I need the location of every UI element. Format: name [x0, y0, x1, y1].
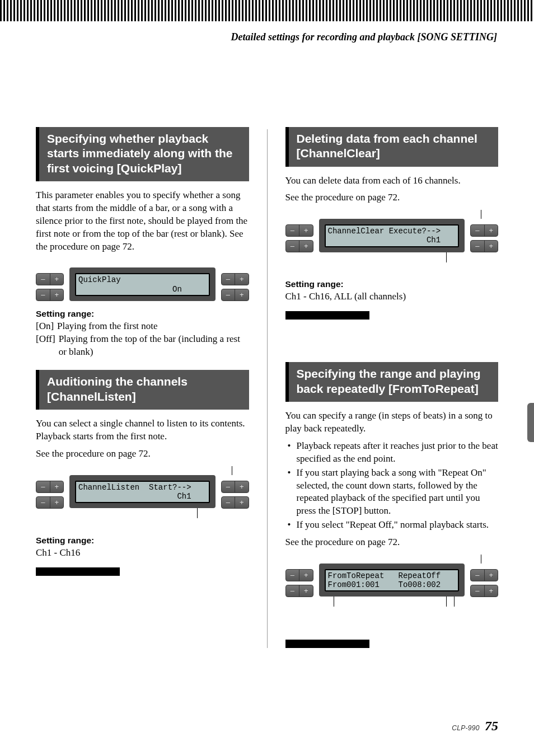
- lcd-screen: FromToRepeat RepeatOff From001:001 To008…: [325, 569, 460, 591]
- right-button-group-c: –+ –+: [470, 219, 498, 252]
- option-off-tag: [Off]: [36, 333, 59, 359]
- section-quickplay-title: Specifying whether playback starts immed…: [36, 127, 249, 181]
- minus-icon: –: [222, 289, 236, 300]
- minus-icon: –: [286, 570, 300, 581]
- right-column: Deleting data from each channel [Channel…: [285, 127, 499, 648]
- lcd-line2: On: [78, 285, 182, 294]
- minus-plus-button[interactable]: –+: [285, 224, 313, 237]
- left-column: Specifying whether playback starts immed…: [36, 127, 249, 648]
- quickplay-desc: This parameter enables you to specify wh…: [36, 189, 249, 253]
- lcd-line2: Ch1: [328, 236, 441, 245]
- right-button-group-d: –+ –+: [470, 564, 498, 597]
- breadcrumb: Detailed settings for recording and play…: [0, 21, 534, 43]
- channelclear-range-label: Setting range:: [285, 279, 499, 289]
- channelclear-p2: See the procedure on page 72.: [285, 191, 499, 204]
- footer-model: CLP-990: [452, 724, 479, 732]
- lcd-line2: Ch1: [78, 492, 191, 501]
- channelclear-device: –+ –+ ChannelClear Execute?--> Ch1 –+ –+: [285, 219, 499, 252]
- plus-icon: +: [485, 225, 498, 236]
- lcd-screen: ChannelListen Start?--> Ch1: [75, 481, 210, 503]
- section-channelclear-title: Deleting data from each channel [Channel…: [285, 127, 499, 167]
- option-off-text: Playing from the top of the bar (includi…: [59, 333, 249, 359]
- minus-plus-button[interactable]: –+: [470, 224, 498, 237]
- fromtorepeat-p2: See the procedure on page 72.: [285, 536, 499, 549]
- lcd-panel: FromToRepeat RepeatOff From001:001 To008…: [319, 564, 465, 597]
- channelclear-p1: You can delete data from each of 16 chan…: [285, 175, 499, 187]
- channellisten-range-label: Setting range:: [36, 536, 249, 546]
- callout-tick-icon: [481, 210, 481, 219]
- lcd-line1: ChannelClear Execute?-->: [328, 227, 441, 236]
- callout-line-icon: [446, 597, 447, 607]
- lcd-panel: QuickPlay On: [69, 267, 216, 300]
- plus-icon: +: [299, 585, 313, 597]
- plus-icon: +: [235, 289, 249, 300]
- right-button-group-a: –+ –+: [221, 267, 249, 301]
- minus-icon: –: [286, 585, 300, 597]
- fromtorepeat-b1: Playback repeats after it reaches just p…: [285, 440, 499, 466]
- plus-icon: +: [299, 241, 313, 252]
- section-fromtorepeat-title: Specifying the range and playing back re…: [285, 362, 499, 402]
- minus-icon: –: [36, 497, 50, 508]
- plus-icon: +: [485, 585, 498, 597]
- minus-plus-button[interactable]: –+: [36, 273, 64, 285]
- plus-icon: +: [235, 274, 249, 285]
- channellisten-p2: See the procedure on page 72.: [36, 448, 249, 461]
- minus-plus-button[interactable]: –+: [221, 496, 249, 509]
- callout-line-icon: [446, 252, 447, 262]
- minus-icon: –: [471, 585, 485, 597]
- minus-plus-button[interactable]: –+: [285, 569, 313, 581]
- plus-icon: +: [50, 481, 64, 492]
- quickplay-device: –+ –+ QuickPlay On –+ –+: [36, 267, 249, 301]
- plus-icon: +: [485, 241, 498, 252]
- plus-icon: +: [50, 497, 64, 508]
- minus-plus-button[interactable]: –+: [470, 240, 498, 252]
- callout-line-icon: [334, 597, 334, 607]
- left-button-group-c: –+ –+: [285, 219, 313, 252]
- minus-icon: –: [471, 570, 485, 581]
- minus-icon: –: [286, 225, 300, 236]
- channellisten-device: –+ –+ ChannelListen Start?--> Ch1 –+ –+: [36, 475, 249, 509]
- redaction-bar: [285, 640, 369, 648]
- lcd-screen: QuickPlay On: [75, 273, 210, 295]
- page-section-tab: [527, 403, 534, 442]
- left-button-group-b: –+ –+: [36, 475, 64, 509]
- channelclear-range-value: Ch1 - Ch16, ALL (all channels): [285, 290, 499, 303]
- quickplay-option-on: [On]Playing from the first note: [36, 320, 249, 333]
- option-on-text: Playing from the first note: [57, 320, 157, 333]
- minus-icon: –: [222, 497, 236, 508]
- option-on-tag: [On]: [36, 320, 57, 333]
- lcd-line1: FromToRepeat RepeatOff: [328, 571, 441, 580]
- callout-tick-icon: [481, 555, 481, 564]
- callout-line-icon: [454, 597, 455, 607]
- plus-icon: +: [299, 225, 313, 236]
- minus-plus-button[interactable]: –+: [221, 481, 249, 493]
- minus-icon: –: [222, 481, 236, 492]
- minus-plus-button[interactable]: –+: [36, 289, 64, 301]
- fromtorepeat-p1: You can specify a range (in steps of bea…: [285, 410, 499, 435]
- column-divider: [267, 129, 268, 648]
- minus-plus-button[interactable]: –+: [221, 273, 249, 285]
- lcd-line2: From001:001 To008:002: [328, 580, 441, 589]
- minus-plus-button[interactable]: –+: [470, 569, 498, 581]
- plus-icon: +: [235, 497, 249, 508]
- minus-icon: –: [471, 241, 485, 252]
- lcd-panel: ChannelClear Execute?--> Ch1: [319, 219, 465, 252]
- minus-plus-button[interactable]: –+: [470, 585, 498, 597]
- page-footer: CLP-990 75: [452, 719, 498, 734]
- redaction-bar: [36, 567, 120, 576]
- fromtorepeat-b2: If you start playing back a song with "R…: [285, 467, 499, 518]
- lcd-screen: ChannelClear Execute?--> Ch1: [325, 224, 460, 247]
- minus-icon: –: [36, 481, 50, 492]
- channellisten-range-value: Ch1 - Ch16: [36, 547, 249, 560]
- fromtorepeat-device: –+ –+ FromToRepeat RepeatOff From001:001…: [285, 564, 499, 597]
- content-columns: Specifying whether playback starts immed…: [0, 43, 534, 648]
- minus-plus-button[interactable]: –+: [285, 585, 313, 597]
- left-button-group-a: –+ –+: [36, 267, 64, 301]
- left-button-group-d: –+ –+: [285, 564, 313, 597]
- minus-icon: –: [36, 289, 50, 300]
- minus-plus-button[interactable]: –+: [36, 481, 64, 493]
- lcd-panel: ChannelListen Start?--> Ch1: [69, 475, 216, 508]
- minus-plus-button[interactable]: –+: [285, 240, 313, 252]
- minus-plus-button[interactable]: –+: [36, 496, 64, 509]
- minus-plus-button[interactable]: –+: [221, 289, 249, 301]
